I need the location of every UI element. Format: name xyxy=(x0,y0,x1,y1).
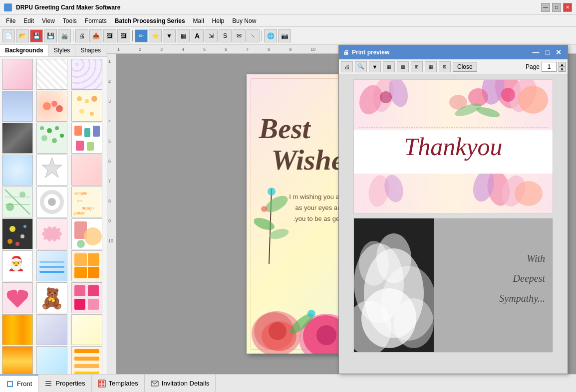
bg-thumb-6[interactable] xyxy=(71,91,102,122)
tb-open[interactable]: 📂 xyxy=(16,29,29,42)
pp-page-number[interactable] xyxy=(542,62,557,72)
bg-thumb-9[interactable] xyxy=(71,123,102,154)
svg-rect-43 xyxy=(74,253,87,266)
menu-file[interactable]: File xyxy=(2,16,19,25)
tb-resize[interactable]: ⇲ xyxy=(205,29,218,42)
tb-text[interactable]: A xyxy=(191,29,204,42)
tb-star[interactable]: ⭐ xyxy=(149,29,162,42)
pp-print-btn[interactable]: 🖨 xyxy=(341,61,353,72)
tb-barcode[interactable]: ▦ xyxy=(177,29,190,42)
svg-rect-14 xyxy=(74,126,82,136)
tab-invitation[interactable]: Invitation Details xyxy=(145,375,216,392)
tb-export[interactable]: 📤 xyxy=(89,29,102,42)
bg-thumb-4[interactable] xyxy=(2,91,33,122)
tb-separator-3 xyxy=(262,30,262,41)
bg-thumb-26[interactable] xyxy=(36,314,67,345)
pp-view-1[interactable]: ▦ xyxy=(383,61,395,72)
menu-help[interactable]: Help xyxy=(208,16,229,25)
maximize-button[interactable]: □ xyxy=(552,3,561,12)
bg-thumb-3[interactable] xyxy=(71,59,102,90)
tb-dropdown[interactable]: ▼ xyxy=(163,29,176,42)
menu-batch-processing[interactable]: Batch Processing Series xyxy=(111,16,189,25)
tab-templates[interactable]: Templates xyxy=(92,375,145,392)
tb-mail[interactable]: ✉ xyxy=(233,29,246,42)
tb-save-red[interactable]: 💾 xyxy=(30,29,43,42)
menu-buy-now[interactable]: Buy Now xyxy=(228,16,260,25)
svg-rect-125 xyxy=(99,385,101,386)
tb-pen[interactable]: ✏ xyxy=(135,29,148,42)
tb-img1[interactable]: 🖼 xyxy=(103,29,116,42)
pp-maximize-btn[interactable]: □ xyxy=(544,48,552,56)
bottom-tab-bar: Front Properties Templates Invitation De… xyxy=(0,374,576,392)
pp-page-down[interactable]: ▼ xyxy=(559,67,566,72)
bg-thumb-10[interactable] xyxy=(2,155,33,186)
tb-cam[interactable]: 📷 xyxy=(278,29,291,42)
bg-thumb-28[interactable] xyxy=(2,346,33,374)
menu-mail[interactable]: Mail xyxy=(189,16,208,25)
bg-thumb-11[interactable] xyxy=(36,155,67,186)
bg-thumb-23[interactable]: 🧸 xyxy=(36,282,67,313)
bg-thumb-18[interactable] xyxy=(71,218,102,249)
tb-new[interactable]: 📄 xyxy=(2,29,15,42)
svg-rect-121 xyxy=(45,385,51,386)
tb-img2[interactable]: 🖼 xyxy=(117,29,130,42)
pp-close-icon[interactable]: ✕ xyxy=(554,48,564,56)
bg-thumb-5[interactable] xyxy=(36,91,67,122)
bg-thumb-19[interactable]: 🎅 xyxy=(2,250,33,281)
minimize-button[interactable]: — xyxy=(541,3,550,12)
ruler-v-tick-2: 2 xyxy=(107,79,116,84)
bg-thumb-7[interactable] xyxy=(2,123,33,154)
pp-page-up[interactable]: ▲ xyxy=(559,62,566,67)
svg-rect-49 xyxy=(88,285,99,296)
pp-zoom-btn[interactable]: 🔍 xyxy=(355,61,367,72)
tab-styles[interactable]: Styles xyxy=(49,45,76,56)
bg-thumb-14[interactable] xyxy=(36,187,67,217)
bg-thumb-2[interactable] xyxy=(36,59,67,90)
bg-thumb-22[interactable] xyxy=(2,282,33,313)
tb-print[interactable]: 🖨️ xyxy=(58,29,71,42)
print-preview-window: 🖨 Print preview — □ ✕ 🖨 🔍 ▼ ▦ ▩ ⊞ ▦ ⊠ Cl… xyxy=(338,45,568,374)
tab-front[interactable]: Front xyxy=(0,375,38,392)
tb-print2[interactable]: 🖨 xyxy=(75,29,88,42)
pp-view-4[interactable]: ▦ xyxy=(425,61,437,72)
tb-separator-2 xyxy=(132,30,133,41)
svg-point-78 xyxy=(307,310,315,318)
close-button[interactable]: ✕ xyxy=(563,3,572,12)
bg-thumb-16[interactable] xyxy=(2,218,33,249)
bg-thumb-1[interactable] xyxy=(2,59,33,90)
bg-thumb-15[interactable]: sampletextdesignpattern xyxy=(71,187,102,217)
pp-view-2[interactable]: ▩ xyxy=(397,61,409,72)
tb-logo[interactable]: S xyxy=(219,29,232,42)
tb-line[interactable]: ⟍ xyxy=(247,29,260,42)
pp-content: Thankyou xyxy=(339,74,568,374)
bg-thumb-25[interactable] xyxy=(2,314,33,345)
tab-properties[interactable]: Properties xyxy=(38,375,91,392)
bg-thumb-8[interactable] xyxy=(36,123,67,154)
bg-thumb-12[interactable] xyxy=(71,155,102,186)
pp-view-5[interactable]: ⊠ xyxy=(439,61,451,72)
bg-thumb-20[interactable] xyxy=(36,250,67,281)
tab-shapes[interactable]: Shapes xyxy=(75,45,106,56)
bg-thumb-30[interactable] xyxy=(71,346,102,374)
bg-thumb-24[interactable] xyxy=(71,282,102,313)
pp-zoom-dropdown[interactable]: ▼ xyxy=(369,61,381,72)
svg-rect-42 xyxy=(39,271,64,273)
menu-formats[interactable]: Formats xyxy=(81,16,111,25)
ruler-v-tick-9: 9 xyxy=(107,218,116,223)
app-icon xyxy=(4,3,12,11)
tb-globe[interactable]: 🌐 xyxy=(264,29,277,42)
menu-tools[interactable]: Tools xyxy=(59,16,81,25)
menu-view[interactable]: View xyxy=(38,16,59,25)
tab-backgrounds[interactable]: Backgrounds xyxy=(0,45,49,56)
bg-thumb-21[interactable] xyxy=(71,250,102,281)
tb-save[interactable]: 💾 xyxy=(44,29,57,42)
bg-thumb-13[interactable] xyxy=(2,187,33,217)
ruler-v-tick-5: 5 xyxy=(107,139,116,144)
bg-thumb-29[interactable] xyxy=(36,346,67,374)
pp-minimize-btn[interactable]: — xyxy=(531,48,542,56)
bg-thumb-17[interactable] xyxy=(36,218,67,249)
menu-edit[interactable]: Edit xyxy=(19,16,38,25)
bg-thumb-27[interactable] xyxy=(71,314,102,345)
pp-view-3[interactable]: ⊞ xyxy=(411,61,423,72)
pp-close-button[interactable]: Close xyxy=(453,62,477,72)
